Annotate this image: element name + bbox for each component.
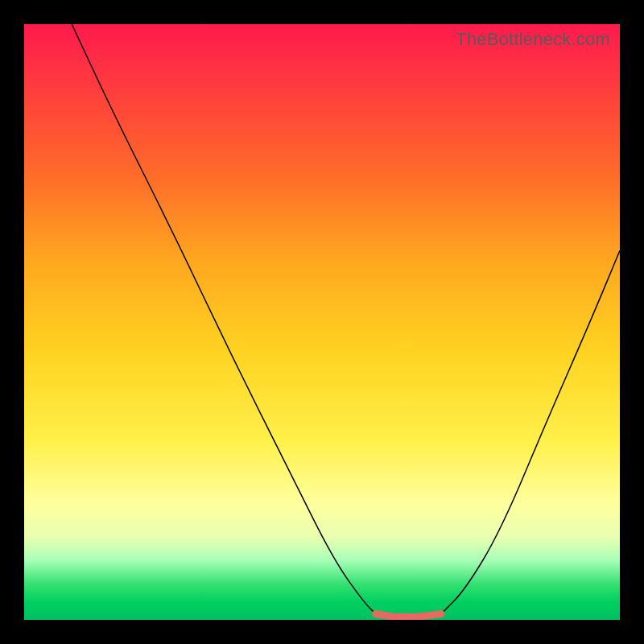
chart-frame: TheBottleneck.com bbox=[0, 0, 644, 644]
plot-area: TheBottleneck.com bbox=[24, 24, 620, 620]
left-curve bbox=[72, 24, 375, 614]
flat-bottom-highlight bbox=[376, 614, 441, 617]
right-curve bbox=[441, 250, 620, 613]
curve-svg bbox=[24, 24, 620, 620]
